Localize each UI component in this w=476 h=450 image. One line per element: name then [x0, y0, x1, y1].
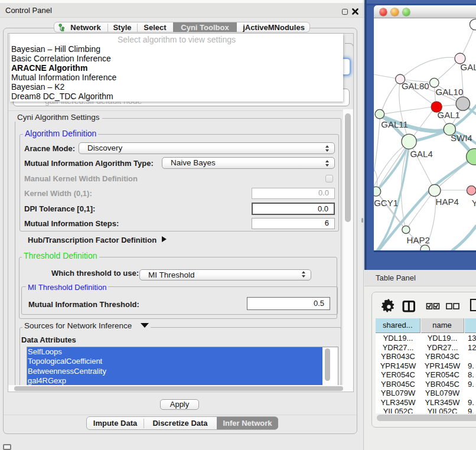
svg-text:Y: Y	[472, 198, 476, 208]
svg-text:SWI4: SWI4	[451, 133, 472, 143]
svg-text:GCY1: GCY1	[374, 198, 398, 208]
svg-text:GAL10: GAL10	[436, 87, 464, 97]
svg-text:GAL80: GAL80	[402, 81, 429, 91]
svg-text:HAP4: HAP4	[436, 197, 459, 207]
svg-text:HAP2: HAP2	[407, 235, 430, 245]
svg-text:GAL4: GAL4	[410, 149, 432, 159]
svg-text:GAL11: GAL11	[381, 119, 408, 129]
svg-text:GAL1: GAL1	[438, 110, 460, 120]
svg-text:GAL7: GAL7	[461, 62, 476, 72]
